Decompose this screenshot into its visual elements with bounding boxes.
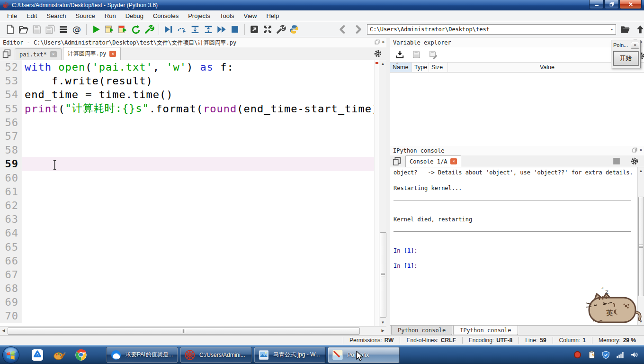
code-text[interactable] <box>22 309 374 323</box>
menu-run[interactable]: Run <box>100 10 121 21</box>
code-text[interactable] <box>22 226 374 240</box>
stop-button[interactable] <box>228 23 242 36</box>
forward-button[interactable] <box>351 23 365 36</box>
scroll-up-arrow[interactable]: ▲ <box>637 167 644 174</box>
close-icon[interactable]: ✕ <box>631 42 639 49</box>
menu-projects[interactable]: Projects <box>183 10 215 21</box>
preferences-button[interactable] <box>274 23 287 36</box>
editor-horizontal-scrollbar[interactable]: ◀ ▶ <box>0 326 386 335</box>
code-editor[interactable]: 52with open('pai.txt', 'w') as f:53 f.wr… <box>0 60 374 326</box>
code-text[interactable] <box>22 199 374 212</box>
back-button[interactable] <box>336 23 349 36</box>
console-kind-tab[interactable]: IPython console <box>453 326 518 335</box>
taskbar-button-qq-browser[interactable]: 求要PAI的值就是... <box>106 347 178 363</box>
scroll-down-arrow[interactable]: ▼ <box>379 319 386 326</box>
pinned-chrome-icon[interactable] <box>72 346 90 364</box>
run-cell-advance-button[interactable] <box>116 23 129 36</box>
editor-vscroll-thumb[interactable] <box>380 232 386 318</box>
menu-help[interactable]: Help <box>261 10 284 21</box>
save-data-button[interactable] <box>410 48 423 61</box>
code-text[interactable] <box>22 129 374 143</box>
menu-tools[interactable]: Tools <box>215 10 239 21</box>
menu-consoles[interactable]: Consoles <box>148 10 183 21</box>
step-over-button[interactable] <box>175 23 188 36</box>
menu-source[interactable]: Source <box>71 10 100 21</box>
code-text[interactable] <box>22 157 374 171</box>
import-data-button[interactable] <box>393 48 406 61</box>
undock-pane-icon[interactable] <box>632 147 638 153</box>
fullscreen-button[interactable] <box>261 23 274 36</box>
save-button[interactable] <box>30 23 44 36</box>
close-button[interactable] <box>619 0 642 9</box>
step-into-button[interactable] <box>188 23 202 36</box>
run-settings-button[interactable] <box>143 23 156 36</box>
menu-search[interactable]: Search <box>42 10 71 21</box>
console-tab[interactable]: Console 1/A ✕ <box>405 155 461 167</box>
options-gear-icon[interactable] <box>371 47 385 60</box>
taskbar-button-spyder[interactable]: C:/Users/Admini... <box>180 347 252 363</box>
continue-button[interactable] <box>215 23 228 36</box>
run-cell-button[interactable] <box>103 23 116 36</box>
code-text[interactable]: with open('pai.txt', 'w') as f: <box>22 60 374 74</box>
column-header-type[interactable]: Type <box>412 63 429 72</box>
code-text[interactable]: end_time = time.time() <box>22 88 374 101</box>
code-text[interactable] <box>22 282 374 295</box>
code-text[interactable] <box>22 171 374 185</box>
console-prompt[interactable]: In [1]: <box>394 263 637 278</box>
python-path-button[interactable] <box>287 23 301 36</box>
console-kind-tab[interactable]: Python console <box>391 326 452 335</box>
tray-clipboard-icon[interactable] <box>586 350 597 360</box>
code-text[interactable] <box>22 143 374 157</box>
parent-dir-button[interactable] <box>634 23 644 36</box>
scroll-left-arrow[interactable]: ◀ <box>0 327 7 334</box>
file-switcher-button[interactable] <box>57 23 70 36</box>
close-console-icon[interactable]: ✕ <box>450 158 457 164</box>
taskbar-button-photo-viewer[interactable]: 马青公式.jpg - W... <box>254 347 326 363</box>
close-tab-icon[interactable]: ✕ <box>109 51 116 57</box>
open-file-button[interactable] <box>17 23 30 36</box>
restore-button[interactable] <box>604 0 619 9</box>
tray-record-icon[interactable] <box>572 350 582 360</box>
interrupt-kernel-icon[interactable] <box>610 155 623 168</box>
menu-view[interactable]: View <box>239 10 261 21</box>
panel-splitter[interactable] <box>386 38 390 335</box>
run-button[interactable] <box>89 23 103 36</box>
tray-signal-icon[interactable] <box>615 350 625 360</box>
editor-hscroll-thumb[interactable] <box>8 328 360 335</box>
code-text[interactable] <box>22 254 374 268</box>
symbol-finder-button[interactable]: @ <box>70 23 83 36</box>
menu-edit[interactable]: Edit <box>22 10 42 21</box>
variable-table-body[interactable] <box>390 73 644 145</box>
editor-tab[interactable]: pai.txt*✕ <box>15 48 62 60</box>
console-prompt[interactable]: In [1]: <box>394 247 637 263</box>
minimize-button[interactable] <box>589 0 604 9</box>
pinned-paint-app-icon[interactable] <box>50 346 69 364</box>
new-file-button[interactable] <box>4 23 17 36</box>
code-text[interactable] <box>22 295 374 309</box>
browse-tabs-icon[interactable] <box>390 155 403 168</box>
rerun-cell-button[interactable] <box>129 23 143 36</box>
close-pane-icon[interactable]: ✕ <box>639 147 643 153</box>
scroll-right-arrow[interactable]: ▶ <box>379 327 386 334</box>
save-data-as-button[interactable] <box>426 48 439 61</box>
open-dir-button[interactable] <box>618 23 632 36</box>
code-text[interactable] <box>22 212 374 226</box>
save-all-button[interactable] <box>44 23 57 36</box>
undock-pane-icon[interactable] <box>374 39 380 45</box>
taskbar-button-pointofix[interactable]: Pointofix <box>328 347 400 363</box>
pinned-app-icon[interactable] <box>28 346 47 364</box>
debug-button[interactable] <box>162 23 175 36</box>
code-text[interactable]: print("计算耗时:{}s".format(round(end_time-s… <box>22 102 374 116</box>
maximize-pane-button[interactable] <box>248 23 261 36</box>
menu-file[interactable]: File <box>2 10 22 21</box>
close-tab-icon[interactable]: ✕ <box>50 51 57 57</box>
column-header-name[interactable]: ^Name <box>390 63 412 72</box>
editor-vertical-scrollbar[interactable]: ▲ ▼ <box>379 60 386 326</box>
code-text[interactable] <box>22 185 374 199</box>
working-directory-combobox[interactable]: C:\Users\Administrator\Desktop\test ▾ <box>367 24 616 35</box>
code-text[interactable] <box>22 268 374 282</box>
options-gear-icon[interactable] <box>628 155 641 168</box>
console-vscroll-thumb[interactable] <box>638 197 644 296</box>
scroll-up-arrow[interactable]: ▲ <box>379 60 386 67</box>
close-pane-icon[interactable]: ✕ <box>382 39 385 45</box>
